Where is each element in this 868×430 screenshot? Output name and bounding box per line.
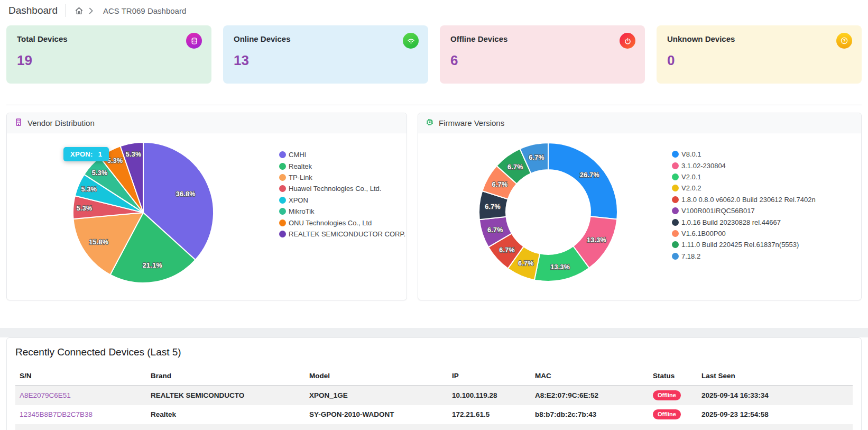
legend-label: CMHI — [289, 151, 306, 159]
legend-dot — [279, 197, 286, 204]
slice-label: 15.8% — [89, 239, 108, 246]
device-row: 12345B8B7DB2C7B38RealtekSY-GPON-2010-WAD… — [15, 405, 853, 424]
legend-dot — [672, 162, 679, 169]
offline-devices-card[interactable]: Offline Devices 6 — [440, 25, 645, 84]
slice-label: 5.3% — [126, 151, 142, 158]
device-row-partial — [15, 424, 853, 430]
device-status-cell: Offline — [649, 405, 697, 424]
legend-dot — [672, 219, 679, 226]
device-sn-link[interactable]: 12345B8B7DB2C7B38 — [15, 405, 146, 424]
legend-dot — [279, 174, 286, 181]
column-header: IP — [448, 368, 531, 386]
slice-label: 5.3% — [92, 169, 108, 177]
question-icon: ? — [836, 33, 852, 49]
section-divider — [6, 105, 862, 105]
total-devices-card[interactable]: Total Devices 19 — [6, 25, 211, 84]
slice-label: 5.3% — [81, 186, 97, 193]
legend-item[interactable]: 1.11.0 Build 220425 Rel.61837n(5553) — [672, 239, 816, 250]
legend-item[interactable]: 3.1.02-230804 — [672, 160, 816, 171]
legend-label: 1.11.0 Build 220425 Rel.61837n(5553) — [681, 241, 799, 249]
breadcrumb: ACS TR069 Dashboard — [103, 6, 186, 15]
legend-label: V2.0.2 — [681, 184, 701, 192]
legend-dot — [672, 196, 679, 203]
recent-devices-card: Recently Connected Devices (Last 5) S/NB… — [6, 337, 862, 430]
slice-label: 6.7% — [485, 203, 501, 211]
legend-label: ONU Technologies Co., Ltd — [289, 219, 372, 227]
card-title: Vendor Distribution — [27, 118, 95, 127]
legend-item[interactable]: CMHI — [279, 149, 405, 160]
device-mac-cell: b8:b7:db:2c:7b:43 — [531, 405, 649, 424]
home-icon[interactable] — [74, 6, 84, 16]
wifi-icon — [403, 33, 419, 49]
legend-item[interactable]: Huawei Technologies Co., Ltd. — [279, 183, 405, 194]
legend-label: 3.1.02-230804 — [681, 162, 726, 170]
stat-label: Offline Devices — [450, 34, 634, 43]
section-gap — [0, 328, 868, 337]
table-title: Recently Connected Devices (Last 5) — [15, 346, 853, 358]
legend-label: 7.18.2 — [681, 252, 700, 260]
legend-label: 1.0.16 Build 20230828 rel.44667 — [681, 218, 781, 226]
devices-table-header-row: S/NBrandModelIPMACStatusLast Seen — [15, 368, 853, 386]
database-icon — [186, 33, 202, 49]
legend-item[interactable]: 7.18.2 — [672, 251, 816, 262]
legend-item[interactable]: Realtek — [279, 160, 405, 171]
legend-dot — [279, 231, 286, 237]
legend-dot — [672, 207, 679, 214]
column-header: S/N — [15, 368, 146, 386]
vendor-pie-chart: 36.8%21.1%15.8%5.3%5.3%5.3%5.3%5.3% CMHI… — [7, 133, 407, 300]
legend-label: 1.8.0 0.8.0 v6062.0 Build 230612 Rel.740… — [681, 196, 816, 204]
chart-slice[interactable] — [548, 143, 617, 219]
column-header: MAC — [531, 368, 649, 386]
stat-value: 6 — [450, 52, 634, 69]
legend-dot — [672, 151, 679, 158]
legend-dot — [279, 151, 286, 158]
legend-label: V1.6.1B00P00 — [681, 230, 726, 237]
chart-tooltip: XPON: 1 — [63, 147, 109, 161]
legend-dot — [672, 253, 679, 260]
unknown-devices-card[interactable]: Unknown Devices 0 ? — [657, 25, 862, 84]
legend-label: REALTEK SEMICONDUCTOR CORP. — [289, 230, 405, 238]
legend-item[interactable]: ONU Technologies Co., Ltd — [279, 217, 405, 228]
legend-dot — [279, 163, 286, 170]
legend-item[interactable]: V2.0.1 — [672, 171, 816, 182]
legend-item[interactable]: TP-Link — [279, 172, 405, 183]
legend-item[interactable]: XPON — [279, 195, 405, 206]
charts-row: Vendor Distribution 36.8%21.1%15.8%5.3%5… — [6, 113, 862, 300]
legend-dot — [672, 173, 679, 180]
legend-dot — [279, 219, 286, 226]
legend-item[interactable]: MikroTik — [279, 206, 405, 217]
device-brand-cell: Realtek — [146, 405, 305, 424]
legend-item[interactable]: 1.8.0 0.8.0 v6062.0 Build 230612 Rel.740… — [672, 194, 816, 205]
slice-label: 6.7% — [529, 154, 544, 161]
vendor-legend: CMHIRealtekTP-LinkHuawei Technologies Co… — [279, 149, 405, 240]
chevron-right-icon — [89, 7, 94, 14]
stat-value: 0 — [667, 52, 851, 69]
legend-item[interactable]: V8.0.1 — [672, 149, 816, 160]
power-icon — [620, 33, 635, 49]
legend-item[interactable]: V1.6.1B00P00 — [672, 228, 816, 239]
legend-label: V8.0.1 — [681, 150, 701, 158]
legend-label: Realtek — [289, 162, 312, 170]
legend-item[interactable]: V100R001IRQC56B017 — [672, 205, 816, 216]
tooltip-label: XPON: — [70, 150, 93, 158]
stat-value: 19 — [17, 52, 201, 69]
firmware-versions-card: Firmware Versions 26.7%13.3%13.3%6.7%6.7… — [418, 113, 862, 300]
legend-item[interactable]: 1.0.16 Build 20230828 rel.44667 — [672, 216, 816, 227]
device-sn-link[interactable]: A8E2079C6E51 — [15, 386, 146, 405]
chip-icon — [426, 118, 434, 128]
stat-value: 13 — [234, 52, 418, 69]
slice-label: 6.7% — [507, 163, 523, 171]
firmware-legend: V8.0.13.1.02-230804V2.0.1V2.0.21.8.0 0.8… — [672, 149, 816, 262]
legend-item[interactable]: REALTEK SEMICONDUCTOR CORP. — [279, 228, 405, 240]
vendor-distribution-card: Vendor Distribution 36.8%21.1%15.8%5.3%5… — [6, 113, 407, 300]
device-ip-cell: 10.100.119.28 — [448, 386, 531, 405]
topbar: Dashboard ACS TR069 Dashboard — [0, 0, 868, 21]
online-devices-card[interactable]: Online Devices 13 — [223, 25, 428, 84]
legend-label: XPON — [289, 196, 308, 204]
device-last_seen-cell: 2025-09-23 12:54:58 — [697, 405, 853, 424]
slice-label: 6.7% — [518, 260, 534, 267]
legend-item[interactable]: V2.0.2 — [672, 182, 816, 194]
page-title: Dashboard — [8, 5, 58, 16]
slice-label: 5.3% — [77, 205, 93, 212]
legend-dot — [672, 241, 679, 248]
